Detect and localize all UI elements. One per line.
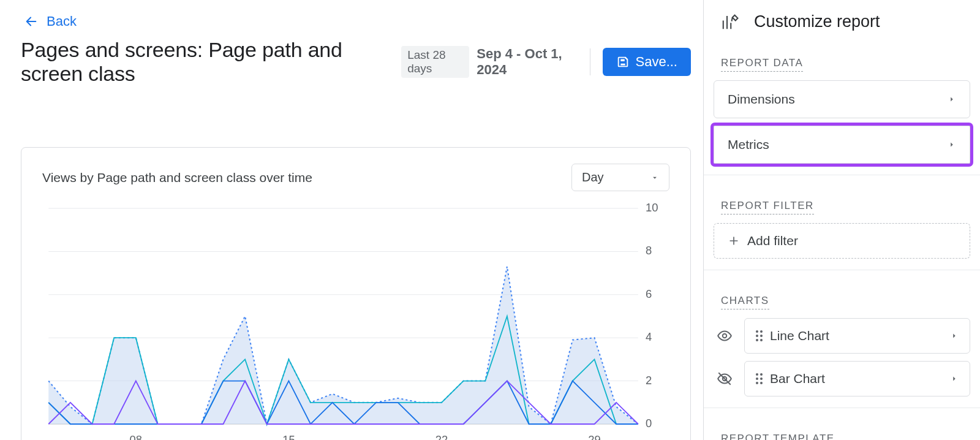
panel-title: Customize report — [754, 12, 880, 31]
plus-icon — [728, 235, 740, 247]
visibility-off-icon[interactable] — [714, 371, 736, 387]
granularity-select[interactable]: Day — [571, 164, 669, 191]
svg-text:22: 22 — [435, 434, 448, 440]
svg-text:15: 15 — [282, 434, 295, 440]
add-filter-button[interactable]: Add filter — [714, 223, 970, 259]
dimensions-label: Dimensions — [728, 92, 795, 107]
arrow-back-icon — [24, 15, 38, 28]
save-icon — [616, 55, 630, 69]
dimensions-button[interactable]: Dimensions — [714, 80, 970, 118]
chevron-right-icon — [948, 138, 956, 151]
visibility-on-icon[interactable] — [714, 328, 736, 344]
main-area: Back Pages and screens: Page path and sc… — [0, 0, 703, 440]
back-label: Back — [47, 13, 77, 29]
date-range-text: Sep 4 - Oct 1, 2024 — [477, 46, 577, 78]
chevron-down-icon — [650, 173, 659, 182]
customize-panel: Customize report REPORT DATA Dimensions … — [703, 0, 980, 440]
svg-text:6: 6 — [646, 288, 652, 300]
save-button-label: Save... — [636, 54, 677, 70]
section-report-filter: REPORT FILTER — [721, 200, 814, 214]
svg-point-16 — [723, 334, 727, 338]
chart-title: Views by Page path and screen class over… — [42, 170, 312, 185]
customize-icon — [721, 13, 739, 31]
svg-text:8: 8 — [646, 245, 652, 257]
drag-handle-icon[interactable] — [756, 373, 763, 384]
granularity-value: Day — [582, 170, 604, 184]
svg-text:08: 08 — [130, 434, 142, 440]
chevron-right-icon — [950, 330, 959, 342]
line-chart: 024681008152229 — [42, 203, 669, 440]
save-button[interactable]: Save... — [603, 48, 691, 76]
metrics-button[interactable]: Metrics — [714, 126, 970, 164]
metrics-label: Metrics — [728, 137, 769, 152]
svg-text:0: 0 — [646, 417, 652, 430]
svg-text:29: 29 — [588, 434, 600, 440]
chart-type-bar[interactable]: Bar Chart — [744, 361, 970, 396]
back-link[interactable]: Back — [21, 6, 691, 38]
section-report-data: REPORT DATA — [721, 57, 803, 72]
drag-handle-icon[interactable] — [756, 330, 763, 341]
section-charts: CHARTS — [721, 295, 769, 309]
svg-text:10: 10 — [646, 203, 658, 214]
chevron-right-icon — [950, 373, 959, 385]
chart-card: Views by Page path and screen class over… — [21, 147, 691, 440]
bar-chart-label: Bar Chart — [770, 371, 825, 386]
chart-type-line[interactable]: Line Chart — [744, 318, 970, 354]
page-title: Pages and screens: Page path and screen … — [21, 38, 394, 86]
svg-text:2: 2 — [646, 374, 652, 387]
add-filter-label: Add filter — [747, 233, 798, 248]
section-report-template: REPORT TEMPLATE — [721, 433, 835, 440]
date-range-pill[interactable]: Last 28 days — [401, 46, 469, 78]
chevron-right-icon — [948, 93, 956, 105]
line-chart-label: Line Chart — [770, 328, 829, 343]
svg-text:4: 4 — [646, 331, 652, 343]
divider — [590, 48, 590, 75]
